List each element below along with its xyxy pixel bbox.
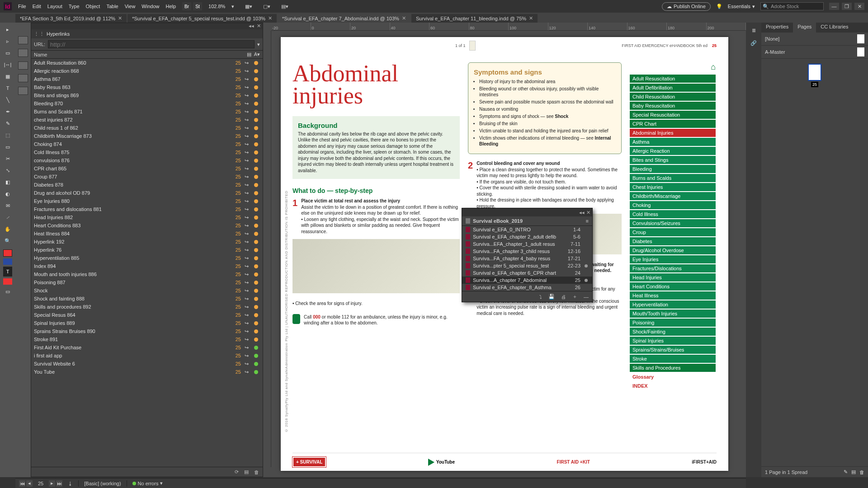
document-tab[interactable]: Survival e_EFA_chapter 11_bleeding.indd … xyxy=(411,14,538,23)
filter-icon[interactable]: A▾ xyxy=(254,52,260,57)
print-icon[interactable]: 🖨 xyxy=(561,294,566,300)
hyperlink-row[interactable]: Allergic reaction 86825↪ xyxy=(31,67,263,75)
nav-item[interactable]: Special Resuscitation xyxy=(630,111,716,119)
menu-type[interactable]: Type xyxy=(69,4,80,9)
menu-object[interactable]: Object xyxy=(86,4,100,9)
nav-item[interactable]: Croup xyxy=(630,228,716,236)
panel-icon[interactable] xyxy=(18,61,28,70)
nav-item[interactable]: Shock/Fainting xyxy=(630,328,716,336)
free-transform-tool[interactable]: ⤡ xyxy=(2,165,13,175)
goto-icon[interactable]: ↪ xyxy=(241,272,252,277)
gap-tool[interactable]: |↔| xyxy=(2,60,13,70)
nav-item[interactable]: Burns and Scalds xyxy=(630,174,716,182)
window-minimize[interactable]: — xyxy=(829,3,839,10)
goto-icon[interactable]: ↪ xyxy=(241,361,252,367)
goto-icon[interactable]: ↪ xyxy=(241,158,252,164)
hyperlink-row[interactable]: First Aid Kit Purchase25↪ xyxy=(31,343,263,352)
edit-page-icon[interactable]: ✎ xyxy=(844,469,848,475)
hyperlink-row[interactable]: Choking 87425↪ xyxy=(31,140,263,148)
goto-icon[interactable]: ↪ xyxy=(241,320,252,326)
nav-item[interactable]: INDEX xyxy=(630,382,716,390)
hyperlink-row[interactable]: Poisoning 88725↪ xyxy=(31,278,263,286)
goto-icon[interactable]: ↪ xyxy=(241,117,252,123)
hyperlink-row[interactable]: Bites and stings 86925↪ xyxy=(31,91,263,99)
goto-icon[interactable]: ↪ xyxy=(241,206,252,212)
close-icon[interactable]: ✕ xyxy=(586,210,590,216)
goto-icon[interactable]: ↪ xyxy=(241,133,252,139)
hyperlink-row[interactable]: Heat Illness 88425↪ xyxy=(31,230,263,238)
workspace-switcher[interactable]: Essentials ▾ xyxy=(728,4,755,9)
goto-icon[interactable]: ↪ xyxy=(241,141,252,147)
nav-item[interactable]: Head Injuries xyxy=(630,273,716,282)
hyperlink-row[interactable]: i first aid app25↪ xyxy=(31,352,263,360)
goto-icon[interactable]: ↪ xyxy=(241,263,252,269)
view-options-icon[interactable]: ▦▾ xyxy=(245,4,252,9)
first-page-icon[interactable]: ⏮ xyxy=(19,480,25,487)
hyperlink-row[interactable]: Index 89425↪ xyxy=(31,262,263,270)
color-theme[interactable] xyxy=(3,258,12,265)
nav-item[interactable]: Poisoning xyxy=(630,319,716,327)
screen-mode-toggle[interactable]: ▭ xyxy=(2,286,13,296)
page-thumbnail[interactable]: 25 xyxy=(808,64,821,80)
hyperlink-row[interactable]: Sprains Strains Bruises 89025↪ xyxy=(31,327,263,335)
new-page-icon[interactable]: ▤ xyxy=(851,469,856,475)
hyperlink-row[interactable]: Spinal Injuries 88925↪ xyxy=(31,319,263,327)
publish-online-button[interactable]: ☁ Publish Online xyxy=(662,2,711,11)
hyperlink-row[interactable]: Eye Injuries 88025↪ xyxy=(31,197,263,205)
close-icon[interactable]: ✕ xyxy=(529,15,533,21)
tab-pages[interactable]: Pages xyxy=(793,23,816,33)
collapse-icon[interactable]: ◂◂ xyxy=(249,23,254,29)
nav-item[interactable]: Drug/Alcohol Overdose xyxy=(630,246,716,254)
menu-file[interactable]: File xyxy=(18,4,26,9)
arrange-icon[interactable]: ▤▾ xyxy=(281,4,288,9)
eyedropper-tool[interactable]: ⟋ xyxy=(2,212,13,222)
selection-tool[interactable]: ▸ xyxy=(2,24,13,34)
refresh-icon[interactable]: ⟳ xyxy=(235,469,239,475)
hyperlink-row[interactable]: CPR chart 86525↪ xyxy=(31,164,263,173)
goto-icon[interactable]: ↪ xyxy=(241,101,252,107)
remove-icon[interactable]: — xyxy=(584,294,589,300)
hyperlink-row[interactable]: Hyperventilation 88525↪ xyxy=(31,254,263,262)
nav-item[interactable]: CPR Chart xyxy=(630,120,716,128)
pen-tool[interactable]: ✒ xyxy=(2,107,13,117)
nav-item[interactable]: Convulsions/Seizures xyxy=(630,219,716,227)
goto-icon[interactable]: ↪ xyxy=(241,296,252,302)
menu-window[interactable]: Window xyxy=(142,4,159,9)
goto-icon[interactable]: ↪ xyxy=(241,231,252,237)
nav-item[interactable]: Heat Illness xyxy=(630,291,716,300)
story-icon[interactable]: St xyxy=(193,2,202,10)
hyperlink-row[interactable]: Heart Conditions 88325↪ xyxy=(31,221,263,230)
close-icon[interactable]: ✕ xyxy=(268,15,272,21)
close-icon[interactable]: ✕ xyxy=(402,15,406,21)
panel-icon[interactable] xyxy=(18,87,28,95)
note-tool[interactable]: ✉ xyxy=(2,201,13,211)
nav-item[interactable]: Baby Resuscitation xyxy=(630,102,716,110)
goto-icon[interactable]: ↪ xyxy=(241,312,252,318)
nav-item[interactable]: Bleeding xyxy=(630,165,716,173)
line-tool[interactable]: ╲ xyxy=(2,95,13,105)
new-hyperlink-icon[interactable]: ▤ xyxy=(247,52,251,57)
trash-icon[interactable]: 🗑 xyxy=(254,469,259,475)
adobe-stock-search[interactable]: 🔍 Adobe Stock xyxy=(760,2,824,10)
hyperlink-row[interactable]: Burns and Scalds 87125↪ xyxy=(31,108,263,116)
book-panel[interactable]: ◂◂ ✕ Survival eBook_2019 ≡ Survival e_EF… xyxy=(462,208,593,302)
goto-icon[interactable]: ↪ xyxy=(241,68,252,74)
hyperlink-row[interactable]: Cold Illness 87525↪ xyxy=(31,148,263,156)
hyperlink-row[interactable]: convulsions 87625↪ xyxy=(31,156,263,164)
nav-item[interactable]: Asthma xyxy=(630,138,716,146)
book-row[interactable]: Surviva...EFA_chapter_1_adult resus7-11 xyxy=(462,240,592,248)
goto-icon[interactable]: ↪ xyxy=(241,353,252,359)
goto-icon[interactable]: ↪ xyxy=(241,288,252,294)
nav-item[interactable]: Hyperventilation xyxy=(630,300,716,309)
rectangle-tool[interactable]: ▭ xyxy=(2,142,13,152)
master-a[interactable]: A-Master xyxy=(765,49,785,55)
hyperlink-row[interactable]: Shock and fainting 88825↪ xyxy=(31,295,263,303)
panel-menu-icon[interactable]: ≡ xyxy=(586,218,589,224)
book-row[interactable]: Surviva...pter 5_special resus_test22-23 xyxy=(462,262,592,269)
layers-icon[interactable]: ≣ xyxy=(749,26,759,34)
add-icon[interactable]: ＋ xyxy=(572,293,577,300)
home-icon[interactable]: ⌂ xyxy=(630,62,716,72)
goto-icon[interactable]: ↪ xyxy=(241,215,252,221)
hyperlink-row[interactable]: Shock25↪ xyxy=(31,286,263,295)
document-tab[interactable]: *Survival e_EFA_chapter 5_special resus_… xyxy=(127,14,277,23)
